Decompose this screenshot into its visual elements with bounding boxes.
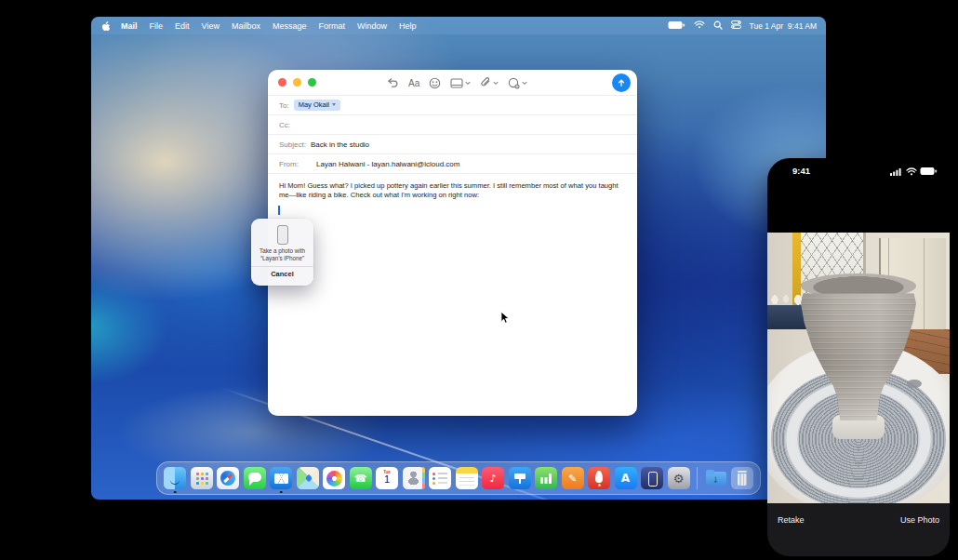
dock-icon-safari[interactable] — [217, 467, 239, 489]
dock-icon-maps[interactable] — [297, 467, 319, 489]
photo-browser-icon[interactable] — [450, 78, 471, 88]
recipient-token[interactable]: May Okail — [294, 100, 340, 111]
dock-icon-keynote[interactable] — [509, 467, 531, 489]
format-text-icon[interactable]: Aa — [408, 78, 419, 88]
continuity-camera-popup: Take a photo with “Layan’s iPhone” Cance… — [251, 219, 313, 286]
battery-icon[interactable] — [668, 20, 685, 32]
wifi-icon[interactable] — [694, 20, 705, 31]
iphone-outline-icon — [277, 225, 288, 245]
iphone-status-bar: 9:41 — [767, 158, 950, 182]
dock-icon-iphone-mirroring[interactable] — [641, 467, 663, 489]
menu-file[interactable]: File — [150, 21, 164, 31]
dock-icon-launchpad[interactable] — [191, 467, 213, 489]
from-value: Layan Halwani - layan.halwani@icloud.com — [316, 160, 459, 168]
chevron-down-icon — [522, 81, 527, 86]
menu-help[interactable]: Help — [399, 21, 417, 31]
message-body-text: Hi Mom! Guess what? I picked up pottery … — [279, 181, 619, 199]
use-photo-button[interactable]: Use Photo — [900, 515, 939, 525]
from-label: From: — [279, 160, 312, 168]
dock-icon-trash[interactable] — [731, 467, 753, 489]
menu-bar-status: Tue 1 Apr 9:41 AM — [668, 20, 817, 32]
menu-format[interactable]: Format — [318, 21, 345, 31]
mac-display: Mail FileEditViewMailboxMessageFormatWin… — [91, 17, 826, 500]
camera-preview-photo — [767, 233, 950, 503]
screenshot-canvas: Mail FileEditViewMailboxMessageFormatWin… — [0, 0, 958, 560]
chevron-down-icon — [465, 81, 471, 86]
menu-bar-clock[interactable]: Tue 1 Apr 9:41 AM — [750, 21, 817, 31]
menu-message[interactable]: Message — [273, 21, 307, 31]
dock-icon-downloads[interactable]: ↓ — [705, 467, 727, 489]
insert-attachment-menu-icon[interactable] — [508, 77, 527, 89]
recipient-name: May Okail — [299, 100, 329, 109]
dock-icon-music[interactable]: ♪ — [482, 467, 504, 489]
to-label: To: — [279, 101, 289, 110]
dock-icon-messages[interactable] — [244, 467, 266, 489]
wifi-icon — [906, 167, 917, 176]
camera-controls-bar: Retake Use Photo — [767, 503, 950, 556]
recipient-chevron-icon — [332, 103, 336, 106]
search-icon[interactable] — [713, 20, 723, 32]
dock-icon-notes[interactable] — [456, 467, 478, 489]
dock-icon-mail[interactable] — [270, 467, 292, 489]
cellular-icon — [890, 167, 902, 176]
cc-field[interactable]: Cc: — [268, 115, 637, 135]
send-button[interactable] — [612, 73, 631, 92]
pages-glyph-icon: ✎ — [562, 467, 584, 489]
minimize-window-button[interactable] — [293, 78, 301, 87]
menu-window[interactable]: Window — [357, 21, 387, 31]
control-center-icon[interactable] — [731, 20, 741, 31]
appstore-glyph-icon: A — [615, 467, 637, 489]
menu-mailbox[interactable]: Mailbox — [232, 21, 260, 31]
dock-icon-calendar[interactable]: Tue1 — [376, 467, 398, 489]
text-caret — [278, 206, 280, 215]
dock-icon-reminders[interactable] — [429, 467, 451, 489]
dock-icon-appstore[interactable]: A — [615, 467, 637, 489]
running-indicator-dot — [174, 491, 177, 494]
menu-items: FileEditViewMailboxMessageFormatWindowHe… — [150, 21, 429, 31]
menu-app-name[interactable]: Mail — [121, 21, 138, 31]
battery-icon — [920, 167, 938, 176]
iphone-status-icons — [890, 167, 938, 176]
dock: ☎Tue1♪✎A⚙↓ — [156, 461, 761, 495]
menu-bar: Mail FileEditViewMailboxMessageFormatWin… — [91, 17, 826, 34]
dock-icon-pages[interactable]: ✎ — [562, 467, 584, 489]
chevron-down-icon — [493, 81, 499, 86]
apple-menu-icon[interactable] — [100, 20, 110, 32]
message-body[interactable]: Hi Mom! Guess what? I picked up pottery … — [268, 174, 637, 201]
compose-titlebar[interactable]: Aa — [268, 70, 637, 96]
to-field[interactable]: To: May Okail — [268, 96, 637, 115]
popup-title: Take a photo with “Layan’s iPhone” — [251, 247, 313, 262]
zoom-window-button[interactable] — [308, 78, 316, 87]
send-arrow-icon — [616, 77, 627, 88]
retake-button[interactable]: Retake — [778, 515, 805, 525]
compose-toolbar: Aa — [387, 70, 527, 96]
popup-title-line1: Take a photo with — [251, 247, 313, 255]
emoji-icon[interactable] — [429, 77, 441, 89]
close-window-button[interactable] — [278, 78, 286, 87]
subject-value: Back in the studio — [311, 140, 369, 149]
calendar-day: 1 — [376, 473, 398, 485]
menu-view[interactable]: View — [202, 21, 220, 31]
dock-icon-phone[interactable]: ☎ — [350, 467, 372, 489]
cancel-button[interactable]: Cancel — [251, 267, 313, 281]
mail-compose-window: Aa — [268, 70, 637, 416]
attach-file-icon[interactable] — [480, 77, 499, 88]
dock-icon-rocket[interactable] — [588, 467, 610, 489]
mouse-cursor — [500, 311, 510, 328]
subject-field[interactable]: Subject: Back in the studio — [268, 135, 637, 154]
menu-edit[interactable]: Edit — [175, 21, 190, 31]
dock-icon-photos[interactable] — [323, 467, 345, 489]
phone-glyph-icon: ☎ — [350, 467, 372, 489]
dock-icon-numbers[interactable] — [535, 467, 557, 489]
window-controls — [278, 78, 316, 87]
dock-icon-contacts[interactable] — [403, 467, 425, 489]
dock-icon-settings[interactable]: ⚙ — [668, 467, 690, 489]
dock-divider — [697, 467, 698, 489]
dock-icon-finder[interactable] — [164, 467, 186, 489]
cc-label: Cc: — [279, 121, 290, 129]
popup-title-line2: “Layan’s iPhone” — [251, 255, 313, 262]
music-glyph-icon: ♪ — [482, 467, 504, 489]
from-field[interactable]: From: Layan Halwani - layan.halwani@iclo… — [268, 154, 637, 174]
undo-icon[interactable] — [387, 77, 399, 88]
running-indicator-dot — [280, 491, 283, 494]
